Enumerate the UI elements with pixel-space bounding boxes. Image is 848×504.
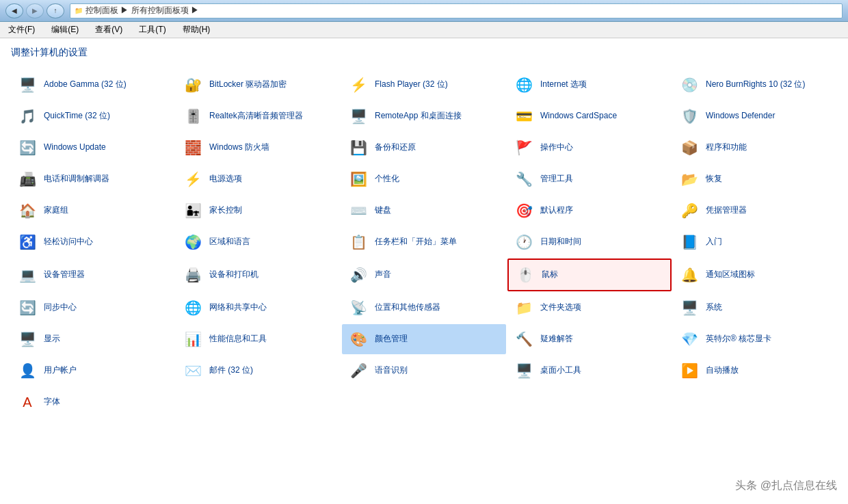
troubleshooting-icon: 🔨: [513, 328, 535, 350]
icon-item-flash-player[interactable]: ⚡Flash Player (32 位): [342, 70, 506, 100]
internet-options-icon: 🌐: [513, 74, 535, 96]
icon-item-backup-restore[interactable]: 💾备份和还原: [342, 133, 506, 163]
icon-item-folder-options[interactable]: 📁文件夹选项: [507, 293, 672, 323]
phone-modem-label: 电话和调制解调器: [44, 174, 109, 185]
icon-item-fonts[interactable]: A字体: [11, 387, 175, 417]
icon-item-performance-info[interactable]: 📊性能信息和工具: [176, 324, 341, 354]
folder-options-label: 文件夹选项: [540, 302, 581, 313]
icon-item-remoteapp[interactable]: 🖥️RemoteApp 和桌面连接: [342, 101, 506, 131]
device-manager-icon: 💻: [16, 264, 38, 286]
icon-item-keyboard[interactable]: ⌨️键盘: [342, 196, 506, 226]
homegroup-label: 家庭组: [44, 205, 68, 216]
nero-burnrights-label: Nero BurnRights 10 (32 位): [706, 79, 805, 90]
quicktime-icon: 🎵: [16, 105, 38, 127]
icon-item-realtek-audio[interactable]: 🎚️Realtek高清晰音频管理器: [176, 101, 341, 131]
credential-manager-label: 凭据管理器: [706, 205, 747, 216]
icon-item-mail[interactable]: ✉️邮件 (32 位): [176, 356, 341, 386]
icon-item-network-sharing[interactable]: 🌐网络和共享中心: [176, 293, 341, 323]
icon-item-windows-firewall[interactable]: 🧱Windows 防火墙: [176, 133, 341, 163]
menu-bar: 文件(F) 编辑(E) 查看(V) 工具(T) 帮助(H): [0, 22, 848, 38]
icon-item-default-programs[interactable]: 🎯默认程序: [507, 196, 672, 226]
icon-item-troubleshooting[interactable]: 🔨疑难解答: [507, 324, 672, 354]
quicktime-label: QuickTime (32 位): [44, 111, 110, 122]
icon-item-display[interactable]: 🖥️显示: [11, 324, 175, 354]
icon-item-user-accounts[interactable]: 👤用户帐户: [11, 356, 175, 386]
menu-view[interactable]: 查看(V): [92, 23, 125, 37]
troubleshooting-label: 疑难解答: [540, 334, 573, 345]
icon-item-taskbar-startmenu[interactable]: 📋任务栏和「开始」菜单: [342, 227, 506, 257]
icon-item-getting-started[interactable]: 📘入门: [673, 227, 837, 257]
icon-item-devices-printers[interactable]: 🖨️设备和打印机: [176, 258, 341, 291]
icon-item-recovery[interactable]: 📂恢复: [673, 164, 837, 194]
icon-item-credential-manager[interactable]: 🔑凭据管理器: [673, 196, 837, 226]
sound-label: 声音: [375, 269, 391, 280]
icon-item-homegroup[interactable]: 🏠家庭组: [11, 196, 175, 226]
date-time-icon: 🕐: [513, 231, 535, 253]
windows-update-label: Windows Update: [44, 142, 106, 153]
action-center-label: 操作中心: [540, 142, 573, 153]
icon-item-windows-cardspace[interactable]: 💳Windows CardSpace: [507, 101, 672, 131]
windows-defender-label: Windows Defender: [706, 111, 775, 122]
icon-item-admin-tools[interactable]: 🔧管理工具: [507, 164, 672, 194]
back-button[interactable]: ◀: [5, 3, 23, 18]
icon-item-autoplay[interactable]: ▶️自动播放: [673, 356, 837, 386]
realtek-audio-icon: 🎚️: [182, 105, 204, 127]
up-button[interactable]: ↑: [47, 3, 64, 18]
programs-features-label: 程序和功能: [706, 142, 747, 153]
icon-item-sync-center[interactable]: 🔄同步中心: [11, 293, 175, 323]
icon-item-ease-of-access[interactable]: ♿轻松访问中心: [11, 227, 175, 257]
icon-item-nero-burnrights[interactable]: 💿Nero BurnRights 10 (32 位): [673, 70, 837, 100]
backup-restore-label: 备份和还原: [375, 142, 416, 153]
icon-item-quicktime[interactable]: 🎵QuickTime (32 位): [11, 101, 175, 131]
internet-options-label: Internet 选项: [540, 79, 587, 90]
icon-item-region-language[interactable]: 🌍区域和语言: [176, 227, 341, 257]
adobe-gamma-icon: 🖥️: [16, 74, 38, 96]
icon-item-desktop-gadgets[interactable]: 🖥️桌面小工具: [507, 356, 672, 386]
icon-item-power-options[interactable]: ⚡电源选项: [176, 164, 341, 194]
icon-item-bitlocker[interactable]: 🔐BitLocker 驱动器加密: [176, 70, 341, 100]
windows-cardspace-icon: 💳: [513, 105, 535, 127]
icon-item-personalization[interactable]: 🖼️个性化: [342, 164, 506, 194]
icon-item-action-center[interactable]: 🚩操作中心: [507, 133, 672, 163]
menu-tools[interactable]: 工具(T): [136, 23, 168, 37]
address-bar[interactable]: 📁 控制面板 ▶ 所有控制面板项 ▶: [70, 3, 843, 18]
display-icon: 🖥️: [16, 328, 38, 350]
mouse-label: 鼠标: [542, 269, 558, 280]
icon-item-system[interactable]: 🖥️系统: [673, 293, 837, 323]
menu-file[interactable]: 文件(F): [5, 23, 38, 37]
menu-help[interactable]: 帮助(H): [180, 23, 213, 37]
power-options-label: 电源选项: [209, 174, 242, 185]
menu-edit[interactable]: 编辑(E): [49, 23, 81, 37]
icon-item-programs-features[interactable]: 📦程序和功能: [673, 133, 837, 163]
icon-item-location-sensors[interactable]: 📡位置和其他传感器: [342, 293, 506, 323]
icon-item-windows-update[interactable]: 🔄Windows Update: [11, 133, 175, 163]
flash-player-icon: ⚡: [347, 74, 369, 96]
icon-item-sound[interactable]: 🔊声音: [342, 258, 506, 291]
icon-item-phone-modem[interactable]: 📠电话和调制解调器: [11, 164, 175, 194]
forward-button[interactable]: ▶: [26, 3, 44, 18]
fonts-label: 字体: [44, 397, 60, 408]
taskbar-startmenu-icon: 📋: [347, 231, 369, 253]
programs-features-icon: 📦: [678, 137, 700, 159]
page-title: 调整计算机的设置: [11, 47, 837, 59]
fonts-icon: A: [16, 391, 38, 413]
windows-firewall-icon: 🧱: [182, 137, 204, 159]
icon-item-internet-options[interactable]: 🌐Internet 选项: [507, 70, 672, 100]
icon-item-adobe-gamma[interactable]: 🖥️Adobe Gamma (32 位): [11, 70, 175, 100]
icon-item-parental-controls[interactable]: 👨‍👧家长控制: [176, 196, 341, 226]
icon-item-mouse[interactable]: 🖱️鼠标: [507, 258, 672, 291]
folder-options-icon: 📁: [513, 297, 535, 319]
icon-item-notification-icons[interactable]: 🔔通知区域图标: [673, 258, 837, 291]
icon-item-speech-recognition[interactable]: 🎤语音识别: [342, 356, 506, 386]
windows-firewall-label: Windows 防火墙: [209, 142, 269, 153]
network-sharing-label: 网络和共享中心: [209, 302, 267, 313]
icon-item-windows-defender[interactable]: 🛡️Windows Defender: [673, 101, 837, 131]
taskbar-startmenu-label: 任务栏和「开始」菜单: [375, 237, 457, 248]
icon-item-color-management[interactable]: 🎨颜色管理: [342, 324, 506, 354]
recovery-label: 恢复: [706, 174, 722, 185]
display-label: 显示: [44, 334, 60, 345]
location-sensors-icon: 📡: [347, 297, 369, 319]
icon-item-date-time[interactable]: 🕐日期和时间: [507, 227, 672, 257]
icon-item-intel-graphics[interactable]: 💎英特尔® 核芯显卡: [673, 324, 837, 354]
icon-item-device-manager[interactable]: 💻设备管理器: [11, 258, 175, 291]
